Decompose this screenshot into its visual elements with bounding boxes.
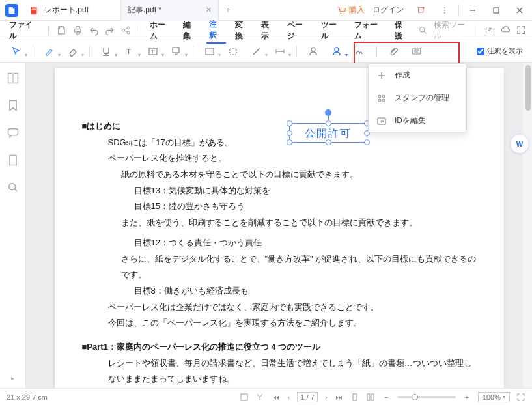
callout-tool-icon[interactable]: ▾: [169, 44, 184, 59]
svg-point-36: [335, 48, 339, 51]
save-icon[interactable]: [57, 25, 66, 36]
doc-text: 目標8：働きがいも経済成長も: [82, 283, 477, 300]
left-rail: ▸: [0, 63, 26, 388]
edit-icon: [376, 116, 387, 126]
notifications-icon[interactable]: [412, 2, 431, 19]
continuous-page-icon[interactable]: [366, 393, 375, 402]
word-badge-icon[interactable]: W: [510, 134, 529, 154]
undo-icon[interactable]: [89, 25, 99, 36]
signature-tool-icon[interactable]: [353, 44, 367, 59]
doc-text: 目標12：つくる責任・つかう責任: [82, 235, 477, 251]
dropdown-edit-id[interactable]: IDを編集: [369, 109, 466, 132]
zoom-value[interactable]: 100%▾: [478, 392, 510, 402]
search-placeholder[interactable]: 検索ツール: [434, 20, 468, 42]
zoom-slider[interactable]: [397, 396, 456, 398]
svg-line-21: [125, 31, 128, 32]
page-indicator[interactable]: 1 / 7: [297, 392, 317, 402]
search-rail-icon[interactable]: [7, 181, 20, 194]
menu-bar: ファイル ホーム 編集 注釈 変換 表示 ページ ツール フォーム 保護 検索ツ…: [0, 21, 532, 40]
menu-tool[interactable]: ツール: [318, 18, 345, 44]
attachment-tool-icon[interactable]: [386, 44, 400, 59]
maximize-button[interactable]: [486, 2, 506, 19]
zoom-out-icon[interactable]: −: [382, 393, 391, 402]
resize-handle[interactable]: [287, 139, 292, 145]
note-tool-icon[interactable]: ▾: [203, 44, 217, 59]
thumbnails-icon[interactable]: [7, 72, 20, 85]
svg-point-7: [444, 7, 445, 8]
scrollbar-thumb[interactable]: [525, 65, 531, 111]
stamp-object[interactable]: 公開許可: [289, 123, 367, 143]
resize-handle[interactable]: [326, 120, 331, 126]
doc-text: たとえば、購読している新聞や雑誌などはデジタル版に切り替えることで紙を減らすこと…: [82, 387, 477, 388]
menu-form[interactable]: フォーム: [352, 18, 385, 44]
next-page-icon[interactable]: ›: [322, 393, 331, 402]
dropdown-manage-stamps[interactable]: スタンプの管理: [369, 87, 466, 109]
doc-text: 紙の原料である木材を守ることで以下の目標に貢献できます。: [82, 167, 477, 183]
login-link[interactable]: ログイン: [372, 5, 404, 16]
eraser-tool-icon[interactable]: ▾: [66, 44, 80, 59]
menu-page[interactable]: ページ: [285, 18, 311, 44]
menu-view[interactable]: 表示: [259, 18, 278, 44]
tab-label: レポート.pdf: [44, 5, 89, 16]
pdf-icon: [30, 6, 39, 15]
menu-annotate[interactable]: 注釈: [206, 17, 226, 44]
stamp-tool-icon[interactable]: ▾: [329, 44, 344, 59]
zoom-slider-knob[interactable]: [412, 394, 418, 400]
last-page-icon[interactable]: ⏭: [335, 393, 344, 402]
zoom-in-icon[interactable]: +: [462, 393, 471, 402]
rotate-handle[interactable]: [325, 109, 331, 116]
redo-icon[interactable]: [105, 25, 115, 36]
show-annotations-toggle[interactable]: 注釈を表示: [477, 46, 523, 56]
hand-tool-icon[interactable]: [255, 393, 264, 402]
add-tab-button[interactable]: ＋: [219, 5, 237, 16]
cloud-icon[interactable]: [501, 25, 510, 36]
scrollbar-track[interactable]: [523, 63, 532, 388]
select-tool-icon[interactable]: ▾: [9, 44, 23, 59]
open-external-icon[interactable]: [484, 25, 494, 36]
single-page-icon[interactable]: [350, 393, 359, 402]
highlight-tool-icon[interactable]: ▾: [42, 44, 57, 59]
textbox-tool-icon[interactable]: T▾: [146, 44, 160, 59]
fit-page-icon[interactable]: [240, 393, 249, 402]
svg-rect-49: [8, 129, 18, 135]
expand-icon[interactable]: [516, 25, 525, 36]
show-annotations-checkbox[interactable]: [477, 48, 484, 55]
menu-convert[interactable]: 変換: [232, 18, 252, 44]
svg-point-6: [423, 7, 425, 8]
bookmark-icon[interactable]: [7, 99, 20, 112]
prev-page-icon[interactable]: ‹: [284, 393, 293, 402]
resize-handle[interactable]: [326, 139, 331, 145]
dropdown-create[interactable]: 作成: [369, 64, 466, 87]
menu-file[interactable]: ファイル: [7, 18, 40, 44]
buy-link[interactable]: 購入: [337, 5, 365, 16]
fullscreen-icon[interactable]: [516, 393, 525, 402]
rail-expand-icon[interactable]: ▸: [11, 374, 14, 382]
print-icon[interactable]: [73, 25, 83, 36]
page-navigation: ⏮ ‹ 1 / 7 › ⏭: [271, 392, 343, 402]
close-icon[interactable]: ✕: [206, 6, 212, 14]
more-icon[interactable]: [435, 2, 455, 19]
comment-icon[interactable]: [7, 126, 20, 139]
underline-tool-icon[interactable]: ▾: [99, 44, 113, 59]
resize-handle[interactable]: [287, 130, 292, 136]
resize-handle[interactable]: [287, 120, 292, 126]
first-page-icon[interactable]: ⏮: [271, 393, 280, 402]
svg-rect-55: [367, 394, 370, 400]
resize-handle[interactable]: [364, 139, 370, 145]
menu-home[interactable]: ホーム: [147, 18, 174, 44]
stamp-person-icon[interactable]: [306, 44, 320, 59]
svg-rect-54: [353, 394, 357, 400]
close-button[interactable]: [510, 2, 529, 19]
search-icon[interactable]: [418, 25, 427, 36]
area-tool-icon[interactable]: [226, 44, 240, 59]
line-tool-icon[interactable]: ▾: [249, 44, 264, 59]
menu-edit[interactable]: 編集: [180, 18, 200, 44]
attachment-rail-icon[interactable]: [7, 154, 20, 167]
svg-point-17: [122, 29, 125, 32]
menu-protect[interactable]: 保護: [392, 18, 412, 44]
minimize-button[interactable]: [463, 2, 483, 19]
text-tool-icon[interactable]: T▾: [122, 44, 137, 59]
comment-list-icon[interactable]: [410, 44, 424, 59]
share-icon[interactable]: [121, 25, 131, 36]
measure-tool-icon[interactable]: ▾: [273, 44, 287, 59]
